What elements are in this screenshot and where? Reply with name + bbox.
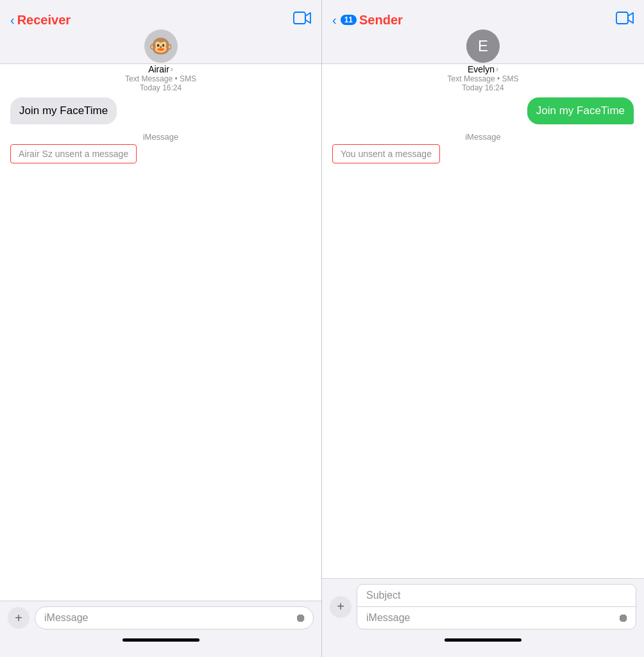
receiver-panel: ‹ Receiver 🐵 Airair › Text Message • SMS… bbox=[0, 0, 322, 657]
sender-facetime-button[interactable] bbox=[616, 12, 634, 28]
receiver-mic-icon: ⏺ bbox=[295, 611, 307, 625]
sender-contact-name[interactable]: Evelyn › bbox=[468, 64, 498, 74]
receiver-home-indicator bbox=[123, 638, 199, 642]
receiver-unsent-indicator: Airair Sz unsent a message bbox=[10, 144, 137, 163]
sender-imessage-label: iMessage bbox=[332, 132, 634, 142]
sender-input-area: + Subject iMessage ⏺ bbox=[322, 578, 644, 657]
receiver-header-top: ‹ Receiver bbox=[0, 12, 321, 28]
sender-outgoing-bubble-row: Join my FaceTime bbox=[332, 97, 634, 124]
back-chevron-icon: ‹ bbox=[10, 13, 15, 28]
sender-header: ‹ 11 Sender E Evelyn › bbox=[322, 0, 644, 64]
receiver-header: ‹ Receiver 🐵 Airair › bbox=[0, 0, 321, 64]
receiver-plus-button[interactable]: + bbox=[8, 607, 30, 629]
sender-subject-field[interactable]: Subject bbox=[357, 585, 636, 607]
sender-unsent-row: You unsent a message bbox=[332, 144, 634, 163]
sender-back-button[interactable]: ‹ 11 Sender bbox=[332, 13, 403, 28]
receiver-timestamp: Text Message • SMS Today 16:24 bbox=[10, 74, 311, 92]
sender-badge: 11 bbox=[341, 15, 357, 25]
receiver-message-input[interactable]: iMessage ⏺ bbox=[35, 606, 314, 629]
sender-unsent-indicator: You unsent a message bbox=[332, 144, 440, 163]
sender-avatar[interactable]: E bbox=[466, 29, 500, 63]
sender-timestamp: Text Message • SMS Today 16:24 bbox=[332, 74, 634, 92]
receiver-messages: Text Message • SMS Today 16:24 Join my F… bbox=[0, 64, 321, 601]
sender-input-row: + Subject iMessage ⏺ bbox=[330, 584, 636, 629]
sender-plus-button[interactable]: + bbox=[330, 596, 352, 618]
receiver-name-chevron: › bbox=[171, 65, 173, 74]
sender-subject-input-wrap: Subject iMessage ⏺ bbox=[357, 584, 636, 629]
receiver-contact-name[interactable]: Airair › bbox=[148, 64, 173, 74]
svg-rect-0 bbox=[294, 12, 305, 24]
sender-messages: Text Message • SMS Today 16:24 Join my F… bbox=[322, 64, 644, 578]
sender-home-indicator bbox=[445, 638, 521, 642]
receiver-imessage-label: iMessage bbox=[10, 132, 311, 142]
sender-panel: ‹ 11 Sender E Evelyn › Text Message bbox=[322, 0, 644, 657]
receiver-contact-info: 🐵 Airair › bbox=[144, 29, 178, 74]
receiver-input-row: + iMessage ⏺ bbox=[8, 606, 314, 629]
receiver-sms-bubble-row: Join my FaceTime bbox=[10, 97, 311, 124]
sender-name-chevron: › bbox=[496, 65, 498, 74]
sender-mic-icon: ⏺ bbox=[618, 611, 629, 625]
receiver-unsent-row: Airair Sz unsent a message bbox=[10, 144, 311, 163]
sender-back-label: Sender bbox=[359, 13, 403, 28]
receiver-back-label: Receiver bbox=[17, 13, 71, 28]
svg-rect-1 bbox=[616, 12, 628, 24]
sender-contact-info: E Evelyn › bbox=[466, 29, 500, 74]
receiver-input-area: + iMessage ⏺ bbox=[0, 601, 321, 657]
receiver-sms-bubble: Join my FaceTime bbox=[10, 97, 117, 124]
sender-back-chevron-icon: ‹ bbox=[332, 13, 337, 28]
receiver-avatar[interactable]: 🐵 bbox=[144, 29, 178, 63]
receiver-back-button[interactable]: ‹ Receiver bbox=[10, 13, 71, 28]
sender-header-top: ‹ 11 Sender bbox=[322, 12, 644, 28]
receiver-facetime-button[interactable] bbox=[293, 12, 311, 28]
sender-message-field[interactable]: iMessage ⏺ bbox=[357, 607, 636, 629]
sender-outgoing-bubble: Join my FaceTime bbox=[527, 97, 634, 124]
